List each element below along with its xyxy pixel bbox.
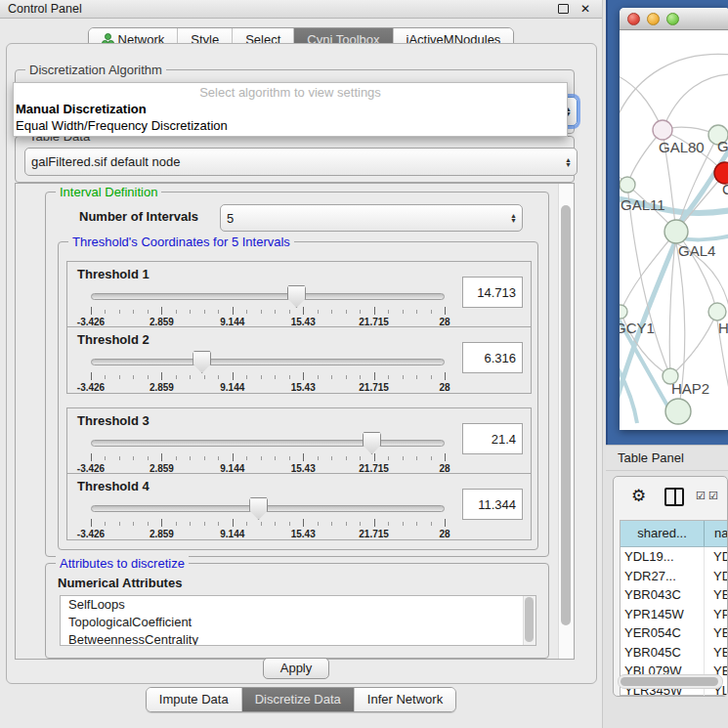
tick-mark (388, 375, 389, 379)
tick-mark (275, 456, 276, 460)
cell-name: YBR0 (705, 643, 728, 663)
tick-mark (161, 372, 162, 380)
network-node-gal11[interactable] (620, 177, 635, 193)
tick-mark (374, 519, 375, 527)
number-of-intervals-label: Number of Intervals (79, 209, 198, 224)
network-node-h-node[interactable] (708, 303, 726, 321)
table-row[interactable]: YBR045CYBR0 (621, 643, 728, 663)
settings-scrollbar-thumb[interactable] (561, 205, 571, 625)
checkbox-icon[interactable]: ☑ (696, 490, 706, 502)
control-panel-title: Control Panel (8, 0, 82, 18)
tick-mark (374, 372, 375, 380)
number-of-intervals-combobox[interactable]: 5 ▲▼ (220, 204, 523, 232)
tick-mark (218, 310, 219, 314)
network-node-gal4[interactable] (664, 220, 688, 243)
tick-mark (331, 375, 332, 379)
table-data-combobox[interactable]: galFiltered.sif default node ▲▼ (24, 148, 578, 176)
table-header-row: shared... na (621, 521, 728, 547)
tick-mark (445, 519, 446, 527)
threshold-slider-2[interactable]: -3.4262.8599.14415.4321.71528 (91, 351, 445, 390)
attribute-item-selfloops[interactable]: SelfLoops (61, 596, 535, 614)
close-icon[interactable]: ✕ (580, 0, 590, 18)
slider-ticks (91, 453, 445, 462)
tick-mark (218, 375, 219, 379)
table-toolbar: ⚙ ☑ ☑ (614, 477, 727, 518)
threshold-box-4: Threshold 4-3.4262.8599.14415.4321.71528… (66, 473, 532, 540)
table-row[interactable]: YER054CYER0 (621, 623, 728, 643)
table-horizontal-scrollbar[interactable] (618, 674, 723, 689)
slider-thumb[interactable] (363, 432, 381, 454)
float-window-icon[interactable] (558, 4, 569, 14)
node-label-gal4: GAL4 (678, 242, 715, 259)
algorithm-item-equal-width-frequency-discretization[interactable]: Equal Width/Frequency Discretization (14, 117, 567, 134)
tick-mark (416, 522, 417, 526)
tick-mark (204, 310, 205, 314)
tick-mark (105, 375, 106, 379)
apply-button[interactable]: Apply (263, 658, 329, 679)
tick-mark (105, 310, 106, 314)
attribute-item-betweennesscentrality[interactable]: BetweennessCentrality (61, 631, 535, 646)
tick-label: 15.43 (279, 529, 326, 539)
slider-thumb[interactable] (193, 351, 211, 373)
columns-icon[interactable] (664, 488, 684, 506)
tick-mark (105, 456, 106, 460)
cell-shared-name: YDL19... (621, 547, 705, 567)
slider-thumb[interactable] (249, 497, 268, 520)
threshold-box-3: Threshold 3-3.4262.8599.14415.4321.71528… (66, 407, 532, 475)
tab-infer-network[interactable]: Infer Network (355, 688, 455, 711)
tick-mark (416, 375, 417, 379)
slider-thumb[interactable] (287, 285, 306, 308)
tab-impute-data[interactable]: Impute Data (147, 688, 242, 711)
network-node-bottom[interactable] (665, 399, 691, 424)
attributes-scrollbar[interactable] (523, 596, 535, 645)
tick-mark (303, 519, 304, 527)
threshold-slider-3[interactable]: -3.4262.8599.14415.4321.71528 (91, 432, 445, 471)
threshold-value-field[interactable]: 11.344 (462, 489, 523, 520)
threshold-value-field[interactable]: 21.4 (462, 423, 523, 454)
threshold-value-field[interactable]: 14.713 (462, 277, 523, 308)
settings-vertical-scrollbar[interactable] (558, 184, 574, 659)
column-header-shared-name[interactable]: shared... (621, 521, 705, 546)
tick-label: 9.144 (209, 529, 256, 539)
tick-mark (176, 375, 177, 379)
tick-mark (246, 310, 247, 314)
table-row[interactable]: YBR043CYBR0 (621, 585, 728, 605)
tick-mark (289, 522, 290, 526)
table-row[interactable]: YDR27...YDR2 (621, 567, 728, 586)
table-hscrollbar-thumb[interactable] (621, 677, 718, 686)
network-node-gcy1[interactable] (620, 305, 627, 319)
network-node-gal80[interactable] (653, 120, 672, 140)
table-panel-header[interactable]: Table Panel (606, 445, 728, 471)
tick-mark (233, 372, 234, 380)
tick-label: 2.859 (138, 529, 185, 539)
numerical-attributes-list[interactable]: SelfLoopsTopologicalCoefficientBetweenne… (60, 595, 536, 646)
attributes-scrollbar-thumb[interactable] (525, 597, 534, 642)
table-row[interactable]: YPR145WYPR1 (621, 605, 728, 624)
tick-mark (360, 375, 361, 379)
algorithm-placeholder-item[interactable]: Select algorithm to view settings (14, 83, 567, 101)
threshold-slider-1[interactable]: -3.4262.8599.14415.4321.71528 (91, 285, 445, 324)
slider-tick-labels: -3.4262.8599.14415.4321.71528 (91, 382, 445, 394)
desktop: Control Panel ✕ NetworkStyleSelectCyni T… (0, 0, 728, 728)
tick-mark (246, 456, 247, 460)
zoom-traffic-light-icon[interactable] (666, 13, 679, 25)
attributes-group: Attributes to discretize Numerical Attri… (45, 563, 549, 659)
network-canvas[interactable]: GAL80GACGAL11GAL4GCY1HHAP2 (620, 30, 728, 430)
algorithm-item-manual-discretization[interactable]: Manual Discretization (14, 101, 567, 117)
gear-icon[interactable]: ⚙ (631, 486, 646, 506)
close-traffic-light-icon[interactable] (627, 13, 640, 25)
node-label-gal11: GAL11 (621, 196, 665, 213)
threshold-value-field[interactable]: 6.316 (462, 342, 523, 373)
table-data-combobox-value: galFiltered.sif default node (31, 154, 180, 169)
minimize-traffic-light-icon[interactable] (647, 13, 660, 25)
network-window-titlebar[interactable] (620, 8, 728, 30)
tab-discretize-data[interactable]: Discretize Data (242, 688, 355, 711)
column-header-name[interactable]: na (705, 521, 728, 546)
network-window[interactable]: GAL80GACGAL11GAL4GCY1HHAP2 (620, 8, 728, 430)
bottom-tabbar: Impute DataDiscretize DataInfer Network (0, 687, 602, 712)
attribute-item-topologicalcoefficient[interactable]: TopologicalCoefficient (61, 614, 535, 631)
checkbox-icon[interactable]: ☑ (708, 490, 718, 502)
control-panel-titlebar[interactable]: Control Panel ✕ (0, 0, 602, 19)
table-row[interactable]: YDL19...YDL1 (621, 547, 728, 567)
threshold-slider-4[interactable]: -3.4262.8599.14415.4321.71528 (91, 497, 445, 536)
